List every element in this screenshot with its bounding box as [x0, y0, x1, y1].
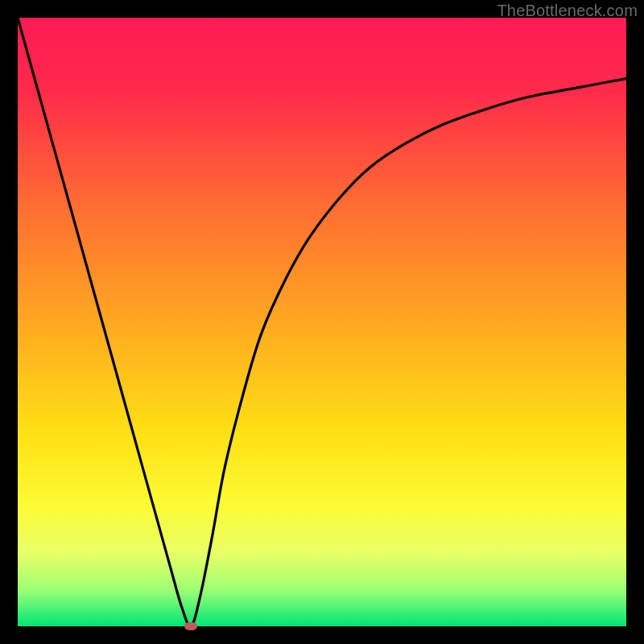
curve-path [18, 18, 626, 626]
chart-container: TheBottleneck.com [0, 0, 644, 644]
watermark-text: TheBottleneck.com [497, 2, 638, 20]
min-marker [184, 622, 197, 630]
bottleneck-curve [18, 18, 626, 626]
plot-area [18, 18, 626, 626]
